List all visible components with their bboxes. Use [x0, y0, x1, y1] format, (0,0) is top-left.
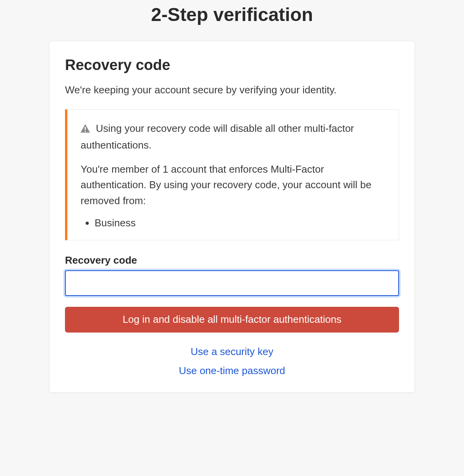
- alert-primary-text: Using your recovery code will disable al…: [81, 121, 385, 153]
- login-disable-mfa-button[interactable]: Log in and disable all multi-factor auth…: [65, 307, 399, 332]
- alert-account-list: Business: [81, 217, 385, 229]
- alert-line1-text: Using your recovery code will disable al…: [81, 122, 354, 150]
- recovery-code-card: Recovery code We're keeping your account…: [49, 41, 415, 393]
- svg-rect-0: [85, 127, 86, 130]
- list-item: Business: [95, 217, 385, 229]
- use-security-key-link[interactable]: Use a security key: [65, 346, 399, 358]
- recovery-code-input[interactable]: [65, 270, 399, 296]
- alternate-methods: Use a security key Use one-time password: [65, 346, 399, 377]
- recovery-code-label: Recovery code: [65, 254, 399, 266]
- svg-rect-1: [85, 131, 86, 132]
- use-one-time-password-link[interactable]: Use one-time password: [65, 365, 399, 377]
- page-title: 2-Step verification: [0, 4, 464, 25]
- alert-secondary-text: You're member of 1 account that enforces…: [81, 161, 385, 208]
- section-description: We're keeping your account secure by ver…: [65, 83, 399, 97]
- section-heading: Recovery code: [65, 57, 399, 74]
- warning-triangle-icon: [81, 121, 90, 137]
- warning-alert: Using your recovery code will disable al…: [65, 109, 399, 240]
